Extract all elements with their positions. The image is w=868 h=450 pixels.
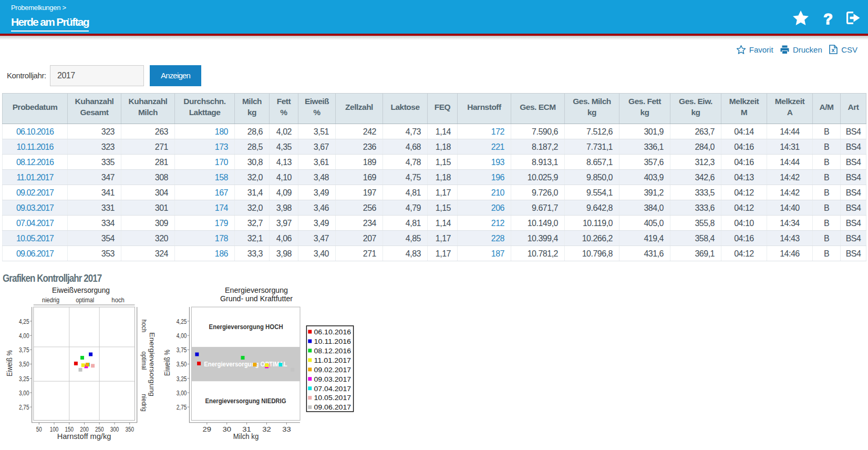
svg-text:2,75: 2,75 <box>19 403 29 411</box>
svg-text:optimal: optimal <box>76 296 94 304</box>
svg-text:Energieversorgung OPTIMAL: Energieversorgung OPTIMAL <box>204 361 287 368</box>
svg-text:3,50: 3,50 <box>177 360 187 368</box>
svg-text:Energieversorgung: Energieversorgung <box>225 286 288 294</box>
svg-text:3,25: 3,25 <box>177 375 187 383</box>
svg-text:09.02.2017: 09.02.2017 <box>314 366 352 374</box>
svg-text:4,25: 4,25 <box>19 318 29 325</box>
svg-text:3,00: 3,00 <box>177 389 187 397</box>
svg-text:50: 50 <box>36 425 42 433</box>
svg-text:hoch: hoch <box>140 320 148 333</box>
svg-text:2,75: 2,75 <box>177 403 187 411</box>
svg-text:?: ? <box>823 12 833 26</box>
svg-text:Eiweiß %: Eiweiß % <box>163 350 171 376</box>
svg-text:niedrig: niedrig <box>42 296 59 304</box>
svg-text:32: 32 <box>262 425 271 433</box>
svg-text:3,25: 3,25 <box>19 375 29 383</box>
svg-text:3,75: 3,75 <box>177 346 187 354</box>
svg-text:optimal: optimal <box>140 352 148 370</box>
svg-text:3,75: 3,75 <box>19 346 29 354</box>
svg-text:Eiweiß %: Eiweiß % <box>5 350 14 376</box>
svg-text:x: x <box>831 47 835 53</box>
svg-text:11.01.2017: 11.01.2017 <box>314 356 352 364</box>
svg-text:09.06.2017: 09.06.2017 <box>314 403 352 411</box>
svg-text:Harnstoff mg/kg: Harnstoff mg/kg <box>57 432 111 441</box>
svg-text:3,00: 3,00 <box>19 389 29 397</box>
svg-text:Milch kg: Milch kg <box>233 432 259 441</box>
svg-text:07.04.2017: 07.04.2017 <box>314 385 352 393</box>
svg-text:350: 350 <box>125 425 134 433</box>
svg-text:3,50: 3,50 <box>19 360 29 368</box>
svg-text:08.12.2016: 08.12.2016 <box>314 347 352 355</box>
svg-text:300: 300 <box>110 425 119 433</box>
svg-text:10.05.2017: 10.05.2017 <box>314 394 352 402</box>
svg-text:Energieversorgung: Energieversorgung <box>148 332 156 396</box>
svg-text:Energieversorgung NIEDRIG: Energieversorgung NIEDRIG <box>205 397 286 405</box>
svg-text:niedrig: niedrig <box>140 394 148 411</box>
svg-text:29: 29 <box>203 425 212 433</box>
svg-text:4,00: 4,00 <box>19 332 29 340</box>
svg-text:10.11.2016: 10.11.2016 <box>314 338 352 345</box>
svg-text:4,00: 4,00 <box>177 332 187 340</box>
svg-text:33: 33 <box>282 425 291 433</box>
svg-text:hoch: hoch <box>111 296 125 304</box>
svg-text:Grund- und Kraftfutter: Grund- und Kraftfutter <box>220 294 293 303</box>
svg-text:09.03.2017: 09.03.2017 <box>314 375 352 383</box>
svg-text:4,25: 4,25 <box>177 318 187 325</box>
svg-text:Eiweißversorgung: Eiweißversorgung <box>52 286 110 294</box>
svg-text:06.10.2016: 06.10.2016 <box>314 328 352 336</box>
svg-text:Energieversorgung HOCH: Energieversorgung HOCH <box>209 323 283 331</box>
svg-text:30: 30 <box>222 425 231 433</box>
